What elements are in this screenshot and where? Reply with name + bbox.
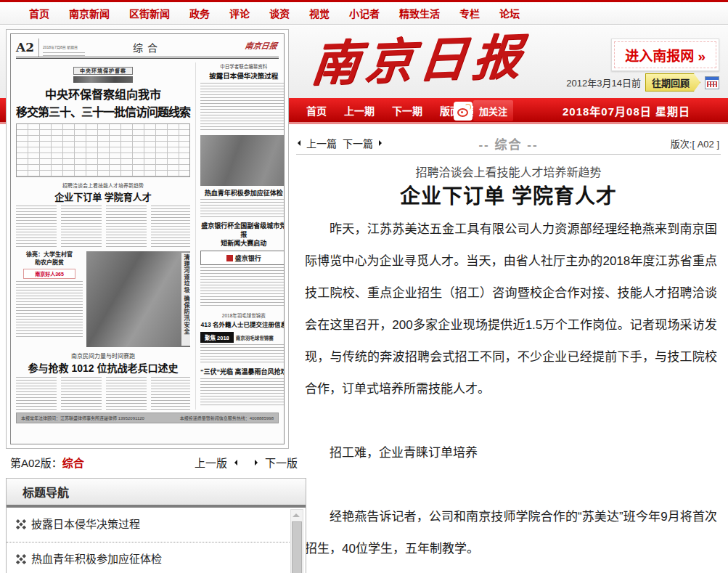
site-nav: 首页 南京新闻 区街新闻 政务 评论 谈资 视觉 小记者 精致生活 专栏 论坛 bbox=[0, 2, 728, 25]
page-section: 综合 bbox=[62, 457, 84, 469]
thumb-headline-1: 中央环保督察组向我市 bbox=[16, 85, 190, 102]
scrollbar-thumb[interactable] bbox=[292, 521, 302, 573]
paper-footer-bar: 本报常年法律顾问：江苏联盛律师事务所连晟律师 13952091120 本报投递质… bbox=[16, 413, 279, 423]
page: 首页 南京新闻 区街新闻 政务 评论 谈资 视觉 小记者 精致生活 专栏 论坛 … bbox=[0, 0, 728, 573]
article-nav: 上一篇 下一篇 -- 综合 -- 版次:[ A02 ] bbox=[296, 132, 721, 155]
article-paragraph: 昨天，江苏苏美达五金工具有限公司人力资源部经理经艳燕来到南京国际博览中心为企业寻… bbox=[305, 214, 717, 405]
thumb-headline-9: 徐亮：大学生村官助农户脱贫 bbox=[16, 251, 83, 267]
archive-date-hint: 2012年3月14日前 bbox=[566, 76, 641, 89]
title-nav-item[interactable]: 披露日本侵华决策过程 bbox=[7, 508, 290, 542]
article-title: 企业下订单 学院育人才 bbox=[296, 180, 721, 209]
enter-site-label: 进入南报网 bbox=[625, 49, 694, 64]
thumb-kicker-6: 2018年羽毛球世锦赛 bbox=[200, 312, 285, 319]
thumb-kicker-3: 中日学者联合编纂资料 bbox=[200, 62, 285, 70]
river-photo: 清理河道垃圾 确保防汛安全 bbox=[86, 251, 190, 347]
weibo-icon bbox=[454, 102, 473, 121]
issue-date: 2018年07月08日 星期日 bbox=[563, 103, 690, 118]
text-lines bbox=[16, 281, 83, 338]
site-nav-home[interactable]: 首页 bbox=[29, 6, 49, 20]
next-page-link[interactable]: 下一版 bbox=[265, 455, 298, 470]
site-nav-visual[interactable]: 视觉 bbox=[309, 6, 330, 20]
calendar-icon[interactable] bbox=[705, 76, 719, 89]
follow-label: 加关注 bbox=[473, 100, 513, 121]
site-nav-district-news[interactable]: 区街新闻 bbox=[129, 6, 170, 20]
thumb-headline-6: 413 名外籍人士已提交注册信息 bbox=[200, 320, 285, 328]
text-lines bbox=[200, 199, 285, 218]
weibo-follow-button[interactable]: 加关注 bbox=[454, 100, 513, 121]
thumb-kicker-8: 南京民间力量与时间赛跑 bbox=[16, 351, 190, 359]
title-nav-list: 披露日本侵华决策过程 热血青年积极参加应征体检 盛京银行杯全国副省级城市党报短新… bbox=[7, 508, 290, 573]
scroll-up-arrow-icon[interactable] bbox=[292, 511, 300, 519]
site-nav-tanzi[interactable]: 谈资 bbox=[269, 6, 290, 20]
diamond-bullet-icon bbox=[19, 522, 23, 527]
data-table-graphic bbox=[16, 123, 190, 177]
diamond-bullet-icon bbox=[19, 557, 23, 561]
paper-footer-left: 本报常年法律顾问：江苏联盛律师事务所连晟律师 13952091120 bbox=[21, 415, 144, 421]
site-nav-comment[interactable]: 评论 bbox=[229, 6, 250, 20]
prev-page-arrow-icon bbox=[234, 460, 237, 466]
recruits-photo bbox=[200, 135, 285, 186]
title-nav-panel: 标题导航 披露日本侵华决策过程 热血青年积极参加应征体检 盛京银行杯全国副省级城… bbox=[6, 478, 306, 573]
title-nav-item[interactable]: 热血青年积极参加应征体检 bbox=[7, 542, 290, 573]
inspection-banner: 中央环境保护督察 bbox=[73, 62, 133, 83]
paper-section: 综合 bbox=[16, 40, 279, 54]
bank-logo-icon bbox=[226, 255, 233, 261]
text-lines bbox=[200, 378, 285, 407]
scrollbar[interactable] bbox=[290, 509, 303, 573]
site-nav-junior-reporter[interactable]: 小记者 bbox=[349, 6, 380, 20]
thumb-headline-8: 参与抢救 1012 位抗战老兵口述史 bbox=[16, 360, 190, 375]
thumb-headline-7: “三伏”光临 高温暴雨台风抢戏 bbox=[200, 367, 285, 376]
page-label: 第A02版： bbox=[10, 457, 62, 469]
thumb-headline-3: 披露日本侵华决策过程 bbox=[200, 70, 285, 81]
text-lines bbox=[200, 83, 285, 132]
paper-footer-right: 本报投递质量暨新闻信息服务热线：4008885998 bbox=[180, 415, 274, 421]
site-nav-column[interactable]: 专栏 bbox=[459, 6, 480, 20]
page-thumbnail[interactable]: A2 2018年7月8日 星期日 综合 南京日报 中央环境保护督察 中央环保督察… bbox=[6, 29, 289, 449]
thumb-headline-4: 热血青年积极参加应征体检 bbox=[200, 188, 285, 198]
enter-site-button[interactable]: 进入南报网 » bbox=[611, 38, 719, 71]
prev-page-link[interactable]: 上一版 bbox=[195, 455, 227, 470]
paper-logo: 南京日报 bbox=[308, 17, 531, 95]
next-page-arrow-icon bbox=[255, 460, 258, 466]
site-nav-nanjing-news[interactable]: 南京新闻 bbox=[69, 6, 110, 20]
banner-photo-strip bbox=[73, 76, 133, 83]
archive-button[interactable]: 往期回顾 bbox=[645, 73, 700, 92]
issue-nav-prev-issue[interactable]: 上一期 bbox=[344, 103, 375, 118]
article-body: 昨天，江苏苏美达五金工具有限公司人力资源部经理经艳燕来到南京国际博览中心为企业寻… bbox=[305, 214, 717, 573]
issue-nav-home[interactable]: 首页 bbox=[306, 103, 327, 118]
issue-nav-next-issue[interactable]: 下一期 bbox=[392, 103, 422, 118]
double-chevron-right-icon: » bbox=[698, 49, 705, 64]
article-paragraph: 经艳燕告诉记者，公司和南京技师学院合作的“苏美达”班今年9月将首次招生，40位学… bbox=[305, 501, 717, 565]
article-paragraph: 招工难，企业青睐订单培养 bbox=[305, 437, 717, 469]
paper-logo-small: 南京日报 bbox=[245, 39, 279, 51]
thumb-headline-2: 企业下订单 学院育人才 bbox=[16, 190, 190, 203]
site-nav-life[interactable]: 精致生活 bbox=[399, 6, 440, 20]
haoren-badge: 南京好人365 bbox=[23, 269, 75, 279]
vertical-headline: 清理河道垃圾 确保防汛安全 bbox=[181, 253, 191, 346]
focus-2018-badge: 聚焦 2018 南京羽毛球世锦赛 bbox=[200, 332, 285, 343]
section-label: -- 综合 -- bbox=[296, 134, 721, 153]
text-lines bbox=[200, 267, 285, 308]
paper-header: A2 2018年7月8日 星期日 综合 南京日报 bbox=[16, 38, 279, 59]
text-lines bbox=[200, 344, 285, 363]
archive-row: 2012年3月14日前 往期回顾 bbox=[566, 73, 719, 92]
site-nav-gov[interactable]: 政务 bbox=[189, 6, 210, 20]
newspaper-page: A2 2018年7月8日 星期日 综合 南京日报 中央环境保护督察 中央环保督察… bbox=[10, 33, 285, 444]
thumb-kicker-2: 招聘洽谈会上看技能人才培养新趋势 bbox=[16, 182, 190, 189]
bank-logo-box: 盛京银行 bbox=[200, 251, 285, 265]
thumb-headline-1b: 移交第三十、三十一批信访问题线索 bbox=[16, 102, 190, 120]
text-lines bbox=[16, 377, 190, 410]
page-bar: 第A02版：综合 上一版 下一版 bbox=[7, 453, 298, 472]
title-nav-header: 标题导航 bbox=[7, 479, 306, 508]
article-kicker: 招聘洽谈会上看技能人才培养新趋势 bbox=[296, 163, 721, 180]
text-lines bbox=[16, 206, 190, 247]
page-number-label: 版次:[ A02 ] bbox=[671, 137, 719, 150]
thumb-headline-5: 盛京银行杯全国副省级城市党报短新闻大赛启动 bbox=[200, 222, 285, 248]
